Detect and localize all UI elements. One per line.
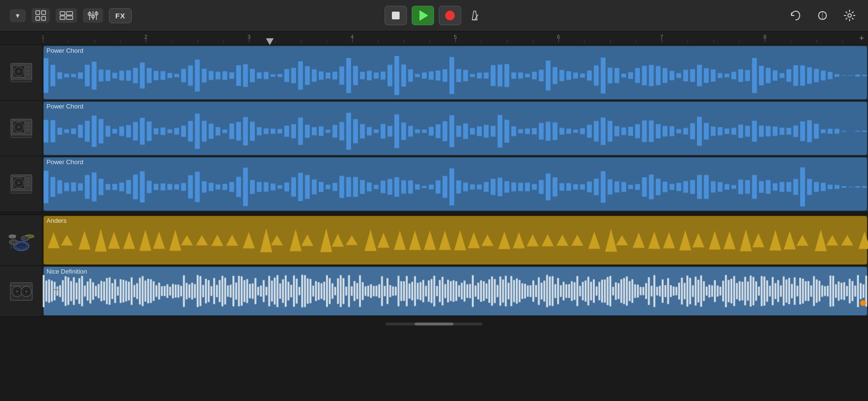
svg-rect-23 <box>26 66 30 68</box>
main-area: 12345678 + Power Chord Power C <box>0 31 868 317</box>
svg-marker-14 <box>472 11 477 20</box>
ruler-tick-4 <box>352 39 353 43</box>
svg-rect-41 <box>26 178 30 180</box>
ruler-tick-2 <box>146 39 146 43</box>
app-container: ▼ <box>0 0 868 331</box>
svg-point-51 <box>21 236 29 241</box>
ruler-subtick-4-2 <box>404 40 404 43</box>
fx-button[interactable]: FX <box>109 8 132 23</box>
ruler-subtick-7-1 <box>687 41 688 43</box>
undo-button[interactable] <box>787 7 804 24</box>
svg-rect-3 <box>42 16 46 20</box>
arrange-button[interactable] <box>31 8 50 23</box>
ruler-subtick-3-3 <box>326 41 327 43</box>
svg-point-31 <box>17 126 20 128</box>
ruler-subtick-5-1 <box>481 41 481 43</box>
loops-button[interactable] <box>56 8 77 23</box>
undo-icon <box>789 9 802 22</box>
settings-icon <box>843 9 856 22</box>
track-icon-row-3[interactable] <box>0 156 42 212</box>
ruler-subtick-8-1 <box>790 41 791 43</box>
ruler-subtick-7-3 <box>739 41 740 43</box>
svg-rect-0 <box>36 11 40 15</box>
svg-rect-43 <box>26 185 30 186</box>
stop-button[interactable] <box>385 6 407 25</box>
ruler-tick-5 <box>455 39 456 43</box>
toolbar-right <box>787 7 858 24</box>
scrollbar-thumb[interactable] <box>415 323 453 325</box>
ruler-tick-3 <box>249 39 249 43</box>
track-icon-row-5[interactable] <box>0 266 42 317</box>
ruler-subtick-5-3 <box>533 41 533 43</box>
metronome-button[interactable] <box>466 7 483 24</box>
ruler-subtick-1-1 <box>68 41 69 43</box>
play-icon <box>419 10 428 21</box>
guitar-amp-icon-1 <box>9 60 34 85</box>
svg-point-22 <box>17 70 20 73</box>
svg-rect-6 <box>66 12 73 15</box>
ruler-subtick-1-3 <box>120 41 121 43</box>
loops-icon <box>60 10 73 21</box>
stop-icon <box>392 12 400 19</box>
svg-rect-35 <box>11 135 31 138</box>
svg-rect-33 <box>26 125 30 127</box>
ruler-subtick-4-1 <box>378 41 378 43</box>
toolbar: ▼ <box>0 0 868 31</box>
add-track-ruler-button[interactable]: + <box>859 33 864 44</box>
track-icon-row-2[interactable] <box>0 101 42 156</box>
track-list <box>0 31 43 317</box>
dropdown-button[interactable]: ▼ <box>10 9 26 22</box>
ruler-subtick-2-1 <box>171 41 172 43</box>
ruler-subtick-8-3 <box>842 41 843 43</box>
track-icon-row-1[interactable] <box>0 45 42 101</box>
ruler-subtick-1-2 <box>94 40 95 43</box>
tracks-container[interactable]: Power Chord Power Chord Power Chord <box>43 45 868 317</box>
ruler-tick-7 <box>662 39 662 43</box>
svg-rect-2 <box>36 16 40 20</box>
ruler-subtick-3-2 <box>301 40 301 43</box>
ruler-tick-8 <box>765 39 765 43</box>
track-row-1: Power Chord <box>43 45 868 101</box>
track1-waveform <box>43 45 868 100</box>
svg-rect-62 <box>10 283 32 286</box>
track5-waveform <box>43 266 868 316</box>
track-row-3: Power Chord <box>43 156 868 212</box>
horizontal-scrollbar[interactable] <box>386 323 482 325</box>
ruler-subtick-6-2 <box>610 40 611 43</box>
track4-waveform <box>43 215 868 265</box>
track-icon-row-4[interactable] <box>0 215 42 266</box>
svg-rect-32 <box>26 122 30 124</box>
drums-icon <box>8 228 35 253</box>
svg-rect-44 <box>11 191 31 193</box>
record-icon <box>445 11 455 20</box>
svg-rect-34 <box>26 129 30 131</box>
ruler-subtick-7-2 <box>713 40 714 43</box>
svg-rect-7 <box>66 16 73 19</box>
ruler-tick-1 <box>43 39 43 43</box>
mixer-button[interactable] <box>83 8 103 23</box>
timeline-area: 12345678 + Power Chord Power C <box>43 31 868 317</box>
record-button[interactable] <box>439 6 461 25</box>
svg-point-40 <box>17 182 20 184</box>
add-track-button[interactable]: + <box>52 282 60 297</box>
svg-point-47 <box>9 240 18 245</box>
guitar-amp-icon-2 <box>9 116 34 141</box>
settings-button[interactable] <box>841 7 858 24</box>
ruler-tick-6 <box>558 39 559 43</box>
svg-point-17 <box>848 14 852 17</box>
track3-waveform <box>43 156 868 212</box>
arrange-icon <box>35 10 46 21</box>
ruler-subtick-6-1 <box>584 41 585 43</box>
svg-point-61 <box>25 290 27 293</box>
play-button[interactable] <box>412 6 434 25</box>
metronome-icon <box>468 9 481 22</box>
ruler-subtick-5-2 <box>507 40 508 43</box>
ruler-spacer <box>0 31 42 45</box>
ruler-subtick-8-2 <box>817 40 817 43</box>
track-row-5: Nice Definition <box>43 266 868 317</box>
svg-rect-24 <box>26 70 30 72</box>
loop-region-button[interactable] <box>814 7 831 24</box>
svg-rect-4 <box>60 12 65 15</box>
loop-region-icon <box>816 9 829 22</box>
mixer-icon <box>88 10 98 21</box>
